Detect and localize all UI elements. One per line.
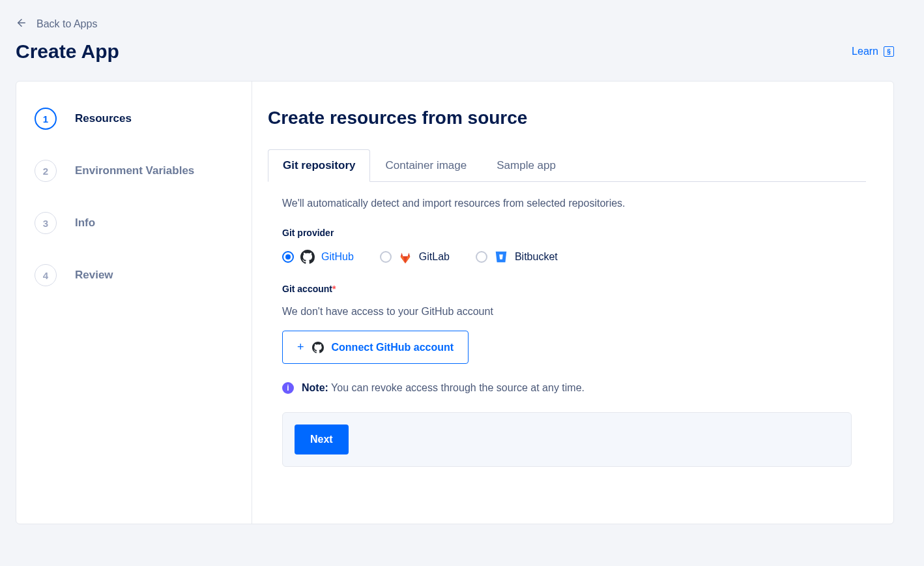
next-button[interactable]: Next [295,424,349,454]
step-resources[interactable]: 1 Resources [35,100,233,152]
plus-icon: + [297,340,304,354]
provider-gitlab[interactable]: GitLab [380,250,450,264]
tab-container-image[interactable]: Container image [370,149,482,182]
learn-link[interactable]: Learn § [852,46,894,57]
tab-sample-app[interactable]: Sample app [482,149,571,182]
book-icon: § [884,46,894,57]
note-row: i Note: You can revoke access through th… [282,382,852,394]
no-access-text: We don't have access to your GitHub acco… [282,306,852,318]
note-prefix: Note: [302,382,328,393]
git-account-label: Git account* [282,284,852,294]
provider-label: GitLab [419,251,450,263]
github-icon [300,250,315,264]
back-to-apps-link[interactable]: Back to Apps [16,13,97,40]
provider-label: Bitbucket [515,251,558,263]
note-text: You can revoke access through the source… [328,382,585,393]
radio-icon [380,251,392,263]
connect-button-label: Connect GitHub account [332,342,454,353]
arrow-left-icon [16,17,27,31]
back-label: Back to Apps [36,18,97,30]
git-provider-radios: GitHub GitLab Bitbucket [282,250,852,264]
source-tabs: Git repository Container image Sample ap… [268,149,866,182]
main-panel: Create resources from source Git reposit… [252,82,893,524]
gitlab-icon [398,250,412,264]
github-icon [312,342,324,353]
tab-git-repository[interactable]: Git repository [268,149,370,182]
step-review[interactable]: 4 Review [35,256,233,308]
step-number: 3 [35,212,57,234]
page-title: Create App [16,40,119,63]
step-number: 2 [35,160,57,182]
stepper: 1 Resources 2 Environment Variables 3 In… [16,82,252,524]
bitbucket-icon [494,250,508,264]
learn-label: Learn [852,46,878,57]
description-text: We'll automatically detect and import re… [282,198,852,209]
step-number: 4 [35,264,57,286]
footer-panel: Next [282,412,852,467]
radio-icon [476,251,487,263]
info-icon: i [282,382,294,394]
radio-icon [282,251,294,263]
provider-label: GitHub [321,251,354,263]
wizard-card: 1 Resources 2 Environment Variables 3 In… [16,81,894,524]
step-number: 1 [35,108,57,130]
provider-github[interactable]: GitHub [282,250,354,264]
main-title: Create resources from source [268,108,866,128]
git-provider-label: Git provider [282,228,852,238]
provider-bitbucket[interactable]: Bitbucket [476,250,558,264]
step-label: Review [75,269,113,282]
step-label: Environment Variables [75,164,194,177]
tab-body: We'll automatically detect and import re… [268,182,866,467]
step-environment-variables[interactable]: 2 Environment Variables [35,152,233,204]
connect-github-button[interactable]: + Connect GitHub account [282,331,469,364]
step-label: Resources [75,112,132,125]
required-mark: * [332,284,336,294]
step-info[interactable]: 3 Info [35,204,233,256]
step-label: Info [75,216,95,230]
